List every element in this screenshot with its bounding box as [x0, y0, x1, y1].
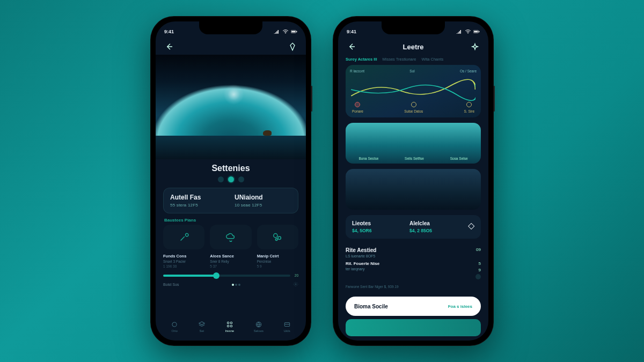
indicator-row — [163, 176, 298, 182]
list-item[interactable]: Rite AestiedLS luenarte 8OF5 09 — [346, 247, 481, 258]
svg-rect-2 — [296, 31, 297, 32]
svg-rect-15 — [474, 31, 478, 32]
chart-top-mid: Sol — [409, 69, 414, 73]
col-val: 5 9 — [257, 264, 298, 268]
svg-point-4 — [278, 237, 281, 240]
img-label: Sosa Selse — [450, 157, 468, 160]
image-labels: Bona Sestse Selis Setfise Sosa Selse — [346, 157, 481, 160]
svg-point-10 — [227, 325, 229, 327]
kv-2: Alelclea $4, 2 85O5 — [409, 220, 459, 233]
spoon-icon — [178, 231, 190, 243]
status-icons — [274, 29, 297, 34]
layers-icon — [198, 321, 206, 328]
globe-icon — [255, 321, 262, 328]
hero-sea — [156, 136, 306, 159]
stat-label: Autell Fas — [170, 194, 227, 201]
footer-label: Boist Sos — [163, 283, 179, 286]
kv-key: Lieotes — [352, 220, 402, 226]
status-icons — [456, 29, 480, 34]
page-title: Leetre — [338, 43, 488, 51]
col-3: Manip Ceirt Percinise 5 9 — [257, 254, 298, 268]
svg-rect-16 — [479, 31, 479, 32]
svg-point-7 — [172, 322, 177, 327]
circle-icon — [171, 321, 178, 328]
chart-point-3: S. Sire — [464, 102, 474, 113]
feature-3[interactable] — [257, 225, 298, 249]
list-item[interactable]: Ril. Fouerte Niseter larqnary 59 — [346, 261, 481, 279]
img-label: Bona Sestse — [358, 157, 378, 160]
image-card-2[interactable] — [346, 169, 481, 210]
dot — [238, 176, 244, 182]
content-right: R laccont Sol Os / Seare Ponare Sulse Da… — [338, 65, 488, 337]
ring-icon — [466, 102, 472, 107]
top-tab-1[interactable]: Surey Actares III — [346, 57, 377, 62]
back-button[interactable] — [163, 41, 175, 53]
axis-label: Ponare — [352, 109, 363, 113]
col-val: 5 37 — [210, 264, 251, 268]
li-title: Rite Aestied — [346, 247, 376, 253]
tab-1[interactable]: Orio — [171, 321, 178, 333]
diamond-icon — [288, 42, 297, 51]
notch — [199, 21, 262, 34]
kv-1: Lieotes $4, 5OR6 — [352, 220, 402, 233]
top-tab-3[interactable]: Wita Chants — [421, 57, 443, 62]
wifi-icon — [465, 29, 471, 34]
hero-image — [156, 55, 306, 159]
tab-bar: Orio Sei Iresne Seloos Uids — [156, 316, 306, 337]
chart-card[interactable]: R laccont Sol Os / Seare Ponare Sulse Da… — [346, 65, 481, 117]
phone-right: 9:41 Leetre Surey Actares III Misses Tre… — [333, 16, 494, 346]
chart-axis: Ponare Sulse Datos S. Sire — [352, 102, 474, 113]
axis-label: Sulse Datos — [404, 109, 423, 113]
feature-2[interactable] — [210, 225, 251, 249]
cta-right: Foa s islees — [448, 304, 472, 309]
chart-lines — [351, 77, 475, 102]
slider-thumb[interactable] — [213, 272, 219, 279]
svg-point-8 — [227, 322, 229, 324]
stats-card: Autell Fas 55 stera 12F5 UNiaiond 10 sea… — [163, 188, 298, 213]
grid-icon — [226, 321, 233, 328]
notch — [382, 21, 445, 34]
svg-point-3 — [274, 234, 277, 238]
dot-icon — [475, 274, 481, 279]
dot — [218, 176, 224, 182]
tab-label: Orio — [172, 329, 178, 333]
li-right: 5 — [479, 261, 481, 266]
tab-2[interactable]: Sei — [198, 321, 206, 333]
slider-fill — [163, 275, 216, 277]
gear-button[interactable] — [293, 282, 298, 287]
signal-icon — [456, 29, 463, 34]
list: Rite AestiedLS luenarte 8OF5 09 Ril. Fou… — [346, 247, 481, 289]
diamond-button[interactable] — [287, 41, 298, 53]
list-meta: Farwone Sent Bar Niger $, 939.19 — [346, 285, 481, 289]
li-right: 09 — [476, 247, 481, 252]
bottom-bar[interactable] — [346, 319, 481, 336]
ring-icon — [355, 102, 360, 107]
svg-point-11 — [230, 325, 232, 327]
feature-1[interactable] — [163, 225, 204, 249]
cta-button[interactable]: Bioma Socile Foa s islees — [346, 297, 481, 316]
image-card-1[interactable]: Bona Sestse Selis Setfise Sosa Selse — [346, 123, 481, 164]
col-sub: Sner 8 Reliy — [210, 260, 251, 263]
stat-2: UNiaiond 10 seae 12F5 — [235, 194, 291, 208]
chart-header: R laccont Sol Os / Seare — [350, 69, 477, 73]
tab-label: Seloos — [254, 329, 264, 333]
col-sub: Snset 3 Pacier — [163, 260, 204, 263]
slider[interactable] — [163, 275, 290, 277]
cloud-icon — [225, 231, 237, 243]
kv-card: Lieotes $4, 5OR6 Alelclea $4, 2 85O5 ◇ — [346, 215, 481, 239]
tab-4[interactable]: Seloos — [254, 321, 264, 333]
tab-3[interactable]: Iresne — [225, 321, 234, 333]
bubbles-icon — [272, 231, 283, 243]
wifi-icon — [282, 29, 289, 34]
top-tabs: Surey Actares III Misses Trestionare Wit… — [338, 55, 488, 65]
col-title: Funds Cons — [163, 254, 204, 258]
tab-5[interactable]: Uids — [283, 321, 291, 333]
kv-key: Alelclea — [409, 220, 459, 226]
chart-point-2: Sulse Datos — [404, 102, 423, 113]
section-label: Baustees Pians — [164, 218, 298, 223]
columns: Funds Cons Snset 3 Pacier 1 196 30 Aloes… — [163, 254, 298, 268]
clock: 9:41 — [347, 29, 356, 34]
top-tab-2[interactable]: Misses Trestionare — [383, 57, 416, 62]
screen-right: 9:41 Leetre Surey Actares III Misses Tre… — [338, 21, 488, 341]
tab-label: Sei — [200, 329, 204, 333]
